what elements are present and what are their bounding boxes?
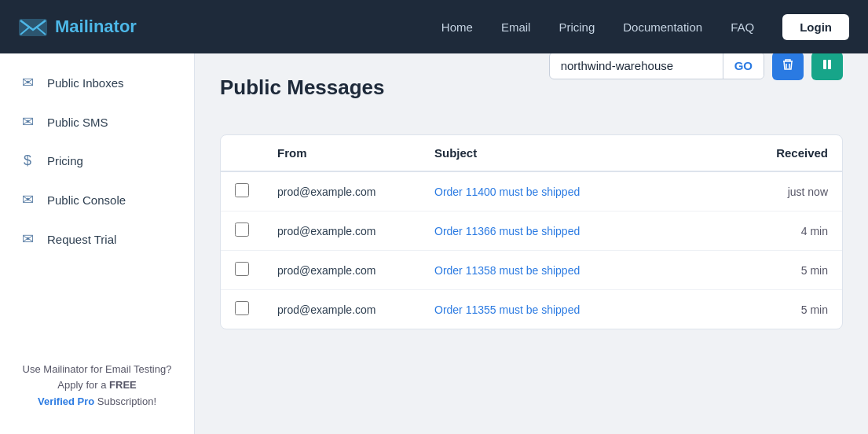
messages-table: From Subject Received prod@example.com O… — [221, 135, 842, 329]
table-row: prod@example.com Order 11366 must be shi… — [221, 211, 842, 251]
nav-documentation[interactable]: Documentation — [623, 20, 702, 34]
sidebar-label-public-sms: Public SMS — [47, 116, 108, 129]
row-subject[interactable]: Order 11355 must be shipped — [420, 290, 748, 329]
logo-icon — [19, 16, 47, 38]
header: Mailinator Home Email Pricing Documentat… — [0, 0, 868, 53]
row-received: 5 min — [748, 290, 842, 329]
go-button[interactable]: GO — [723, 53, 764, 79]
row-subject[interactable]: Order 11400 must be shipped — [420, 171, 748, 211]
search-input[interactable] — [550, 53, 723, 79]
row-from: prod@example.com — [263, 171, 420, 211]
sidebar: ✉ Public Inboxes ✉ Public SMS $ Pricing … — [0, 53, 195, 434]
row-checkbox-cell[interactable] — [221, 211, 263, 251]
row-checkbox[interactable] — [235, 183, 249, 197]
envelope-icon: ✉ — [19, 74, 36, 91]
delete-button[interactable] — [772, 53, 804, 80]
messages-table-container: From Subject Received prod@example.com O… — [220, 134, 843, 329]
sms-icon: ✉ — [19, 113, 36, 131]
dollar-icon: $ — [19, 153, 36, 169]
sidebar-item-public-inboxes[interactable]: ✉ Public Inboxes — [0, 63, 194, 102]
trial-icon: ✉ — [19, 230, 36, 248]
svg-rect-3 — [823, 60, 826, 69]
col-check — [221, 135, 263, 171]
trash-icon — [782, 58, 794, 71]
promo-line2: Apply for a — [57, 379, 109, 391]
row-checkbox-cell[interactable] — [221, 171, 263, 211]
sidebar-label-public-console: Public Console — [47, 193, 126, 207]
row-received: 4 min — [748, 211, 842, 251]
sidebar-label-request-trial: Request Trial — [47, 233, 116, 246]
pause-icon — [821, 58, 833, 71]
promo-line3: Subscription! — [94, 395, 156, 407]
row-from: prod@example.com — [263, 211, 420, 251]
row-received: 5 min — [748, 251, 842, 290]
row-subject[interactable]: Order 11358 must be shipped — [420, 251, 748, 290]
sidebar-item-request-trial[interactable]: ✉ Request Trial — [0, 219, 194, 259]
logo-area: Mailinator — [19, 16, 137, 38]
nav-faq[interactable]: FAQ — [731, 20, 754, 34]
verified-pro-link[interactable]: Verified Pro — [38, 395, 94, 407]
row-checkbox-cell[interactable] — [221, 290, 263, 329]
svg-rect-4 — [828, 60, 831, 69]
row-from: prod@example.com — [263, 251, 420, 290]
table-row: prod@example.com Order 11358 must be shi… — [221, 251, 842, 290]
main-content: Public Messages GO — [195, 53, 868, 434]
nav-home[interactable]: Home — [441, 20, 473, 34]
row-checkbox[interactable] — [235, 223, 249, 237]
main-header-row: Public Messages GO — [220, 75, 843, 117]
table-row: prod@example.com Order 11355 must be shi… — [221, 290, 842, 329]
search-bar: GO — [549, 53, 843, 80]
layout: ✉ Public Inboxes ✉ Public SMS $ Pricing … — [0, 53, 868, 434]
nav-pricing[interactable]: Pricing — [559, 20, 595, 34]
promo-free: FREE — [109, 379, 137, 391]
row-received: just now — [748, 171, 842, 211]
row-subject[interactable]: Order 11366 must be shipped — [420, 211, 748, 251]
console-icon: ✉ — [19, 191, 36, 208]
table-row: prod@example.com Order 11400 must be shi… — [221, 171, 842, 211]
row-checkbox[interactable] — [235, 301, 249, 315]
row-checkbox-cell[interactable] — [221, 251, 263, 290]
pause-button[interactable] — [811, 53, 843, 80]
sidebar-item-pricing[interactable]: $ Pricing — [0, 142, 194, 180]
row-from: prod@example.com — [263, 290, 420, 329]
search-input-wrap: GO — [549, 53, 764, 79]
sidebar-item-public-console[interactable]: ✉ Public Console — [0, 180, 194, 219]
col-received: Received — [748, 135, 842, 171]
sidebar-label-public-inboxes: Public Inboxes — [47, 76, 124, 90]
col-from: From — [263, 135, 420, 171]
sidebar-promo: Use Mailinator for Email Testing? Apply … — [0, 348, 194, 425]
sidebar-item-public-sms[interactable]: ✉ Public SMS — [0, 102, 194, 142]
logo-text: Mailinator — [55, 17, 137, 37]
nav-email[interactable]: Email — [501, 20, 531, 34]
main-nav: Home Email Pricing Documentation FAQ Log… — [441, 14, 849, 40]
login-button[interactable]: Login — [782, 14, 849, 40]
table-header-row: From Subject Received — [221, 135, 842, 171]
row-checkbox[interactable] — [235, 262, 249, 276]
sidebar-label-pricing: Pricing — [47, 154, 83, 167]
page-title: Public Messages — [220, 75, 385, 100]
promo-line1: Use Mailinator for Email Testing? — [23, 363, 172, 375]
col-subject: Subject — [420, 135, 748, 171]
